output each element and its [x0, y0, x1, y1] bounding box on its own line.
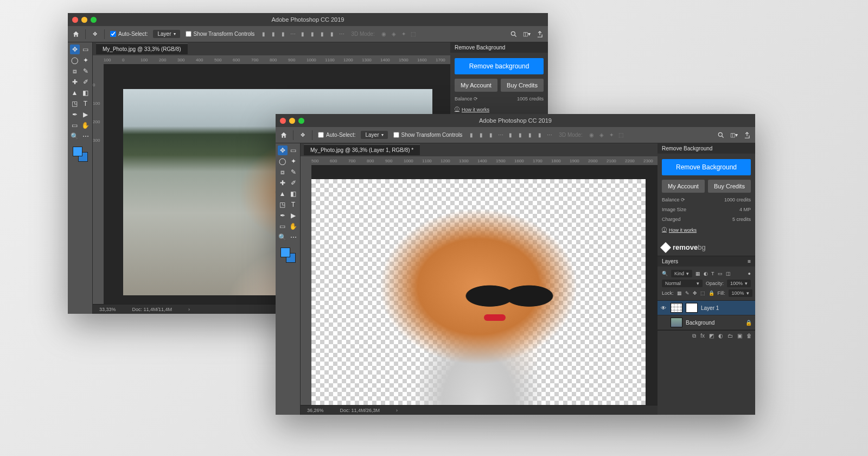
status-doc-size[interactable]: Doc: 11,4M/26,3M [340, 408, 380, 413]
magic-wand-tool[interactable]: ✦ [81, 55, 91, 65]
hand-tool[interactable]: ✋ [81, 121, 91, 130]
layer-row[interactable]: 👁 Layer 1 [658, 301, 755, 315]
close-icon[interactable] [72, 17, 78, 23]
minimize-icon[interactable] [289, 118, 295, 124]
brush-tool[interactable]: ✐ [81, 77, 91, 87]
status-chevron-icon[interactable]: › [396, 408, 398, 413]
filter-pixel-icon[interactable]: ▦ [695, 271, 700, 276]
document-tab[interactable]: My_Photo.jpg @ 36,3% (Layer 1, RGB/8) * [304, 144, 420, 155]
opacity-field[interactable]: 100% ▾ [727, 280, 751, 287]
crop-tool[interactable]: ⧈ [70, 66, 80, 76]
gradient-tool[interactable]: ◳ [278, 200, 288, 210]
lock-artboard-icon[interactable]: ⬚ [700, 290, 705, 296]
magic-wand-tool[interactable]: ✦ [289, 156, 298, 166]
panel-tab-remove-bg[interactable]: Remove Background [450, 42, 548, 53]
stamp-tool[interactable]: ▲ [70, 88, 80, 98]
status-zoom[interactable]: 36,26% [307, 408, 324, 413]
new-layer-icon[interactable]: ▣ [737, 333, 742, 339]
layer-filter-kind[interactable]: Kind ▾ [671, 270, 692, 277]
lasso-tool[interactable]: ◯ [278, 156, 288, 166]
shape-tool[interactable]: ▭ [278, 221, 288, 231]
align-buttons[interactable]: ▮▮▮ ⋯▮▮▮▮ ⋯ [260, 30, 346, 38]
auto-select-target-dropdown[interactable]: Layer▾ [361, 131, 387, 139]
ruler-horizontal[interactable]: 1000100200300400500600700800900100011001… [104, 55, 450, 64]
blend-mode-dropdown[interactable]: Normal ▾ [662, 280, 703, 287]
search-icon[interactable] [717, 131, 725, 139]
align-buttons[interactable]: ▮▮▮ ⋯▮▮▮▮ ⋯ [468, 131, 553, 139]
mask-icon[interactable]: ◩ [709, 333, 714, 339]
color-swatches[interactable] [73, 147, 88, 162]
titlebar[interactable]: Adobe Photoshop CC 2019 [68, 13, 548, 26]
ruler-vertical[interactable] [301, 165, 311, 405]
how-it-works-link[interactable]: ⓘHow it works [455, 106, 544, 113]
layer-thumbnail[interactable] [671, 318, 682, 327]
refresh-icon[interactable]: ⟳ [474, 96, 478, 102]
panel-menu-icon[interactable]: ≡ [748, 258, 751, 264]
layer-row[interactable]: Background 🔒 [658, 315, 755, 330]
buy-credits-button[interactable]: Buy Credits [708, 180, 751, 193]
auto-select-target-dropdown[interactable]: Layer▾ [153, 30, 180, 38]
maximize-icon[interactable] [298, 118, 304, 124]
crop-tool[interactable]: ⧈ [278, 167, 288, 177]
show-transform-checkbox[interactable]: Show Transform Controls [186, 31, 255, 37]
filter-smart-icon[interactable]: ◫ [726, 271, 731, 276]
layer-thumbnail[interactable] [671, 303, 682, 313]
visibility-toggle[interactable]: 👁 [661, 305, 667, 311]
healing-tool[interactable]: ✚ [278, 178, 288, 188]
fx-icon[interactable]: fx [700, 333, 705, 339]
my-account-button[interactable]: My Account [662, 180, 705, 193]
lock-brush-icon[interactable]: ✎ [685, 290, 690, 296]
color-swatches[interactable] [280, 248, 296, 263]
my-account-button[interactable]: My Account [455, 79, 497, 92]
move-tool-icon[interactable]: ✥ [91, 30, 99, 38]
pen-tool[interactable]: ✒ [278, 211, 288, 220]
ruler-horizontal[interactable]: 5006007008009001000110012001300140015001… [311, 156, 658, 165]
buy-credits-button[interactable]: Buy Credits [501, 79, 544, 92]
brush-tool[interactable]: ✐ [289, 178, 298, 188]
type-tool[interactable]: T [81, 99, 91, 109]
path-select-tool[interactable]: ▶ [289, 211, 298, 220]
titlebar[interactable]: Adobe Photoshop CC 2019 [276, 114, 755, 127]
maximize-icon[interactable] [91, 17, 97, 23]
ruler-origin[interactable] [301, 156, 311, 165]
move-tool[interactable]: ✥ [70, 45, 80, 54]
document-tab[interactable]: My_Photo.jpg @ 33,3% (RGB/8) [96, 43, 188, 54]
status-chevron-icon[interactable]: › [188, 307, 190, 312]
lock-transparent-icon[interactable]: ▦ [677, 290, 682, 296]
canvas-viewport[interactable] [311, 165, 658, 405]
healing-tool[interactable]: ✚ [70, 77, 80, 87]
move-tool[interactable]: ✥ [278, 145, 288, 155]
filter-adjust-icon[interactable]: ◐ [704, 271, 708, 276]
group-icon[interactable]: 🗀 [727, 333, 733, 339]
ruler-vertical[interactable]: 0100200300 [93, 64, 104, 304]
home-icon[interactable] [280, 131, 288, 139]
auto-select-checkbox[interactable]: Auto-Select: [318, 132, 355, 138]
minimize-icon[interactable] [81, 17, 87, 23]
type-tool[interactable]: T [289, 200, 298, 210]
path-select-tool[interactable]: ▶ [81, 110, 91, 119]
layer-name[interactable]: Layer 1 [701, 305, 719, 311]
edit-toolbar[interactable]: ⋯ [81, 131, 91, 141]
search-icon[interactable] [510, 30, 518, 38]
marquee-tool[interactable]: ▭ [81, 45, 91, 54]
status-zoom[interactable]: 33,33% [99, 307, 116, 312]
fill-field[interactable]: 100% ▾ [729, 289, 752, 297]
link-layers-icon[interactable]: ⧉ [692, 333, 696, 339]
panel-tab-remove-bg[interactable]: Remove Background [658, 143, 755, 154]
lock-position-icon[interactable]: ✥ [693, 290, 697, 296]
auto-select-checkbox[interactable]: Auto-Select: [110, 31, 148, 37]
hand-tool[interactable]: ✋ [289, 221, 298, 231]
pen-tool[interactable]: ✒ [70, 110, 80, 119]
layers-panel-title[interactable]: Layers [662, 258, 678, 264]
workspace-icon[interactable]: ◫▾ [523, 30, 531, 38]
close-icon[interactable] [280, 118, 286, 124]
shape-tool[interactable]: ▭ [70, 121, 80, 130]
remove-background-button[interactable]: Remove Background [662, 159, 751, 175]
adjustment-icon[interactable]: ◐ [718, 333, 723, 339]
eyedropper-tool[interactable]: ✎ [289, 167, 298, 177]
show-transform-checkbox[interactable]: Show Transform Controls [393, 132, 463, 138]
filter-toggle[interactable]: ● [748, 271, 751, 276]
lock-all-icon[interactable]: 🔒 [709, 290, 714, 296]
edit-toolbar[interactable]: ⋯ [289, 232, 298, 242]
remove-background-button[interactable]: Remove background [455, 58, 544, 74]
